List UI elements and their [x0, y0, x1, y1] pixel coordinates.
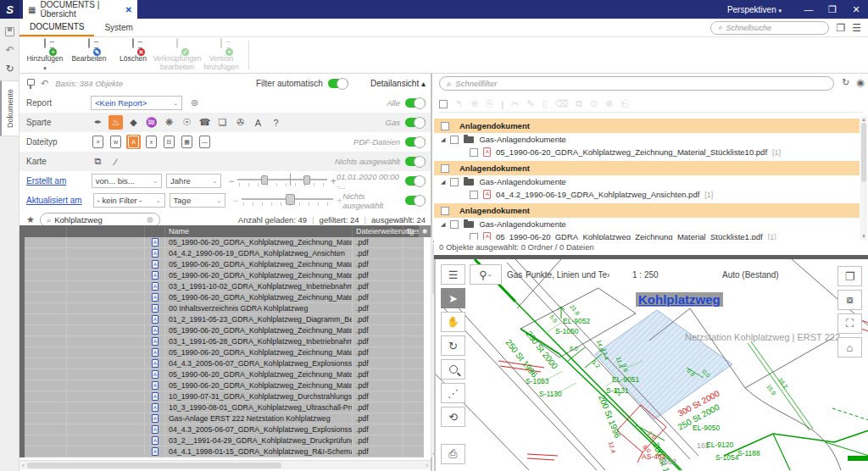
- brush-icon[interactable]: ✒: [91, 115, 105, 130]
- col-name[interactable]: Name: [165, 225, 353, 237]
- view-selector[interactable]: Detailansicht ▴: [370, 79, 426, 88]
- col-blank2[interactable]: [67, 225, 145, 237]
- group-header[interactable]: Anlagendokument: [434, 203, 860, 218]
- reset-filter-icon[interactable]: ↶: [41, 78, 48, 89]
- table-horizontal-scrollbar[interactable]: ‹›: [19, 460, 431, 469]
- created-label[interactable]: Erstellt am: [26, 176, 92, 186]
- expander-icon[interactable]: ◢: [441, 221, 445, 228]
- map-icon[interactable]: ⧉: [91, 154, 105, 169]
- excel-file-icon[interactable]: x: [144, 135, 159, 149]
- group-header[interactable]: Anlagendokument: [434, 119, 860, 133]
- table-row[interactable]: 10_1990-07-31_GDRA_Kohlplatzweg_Durchstr…: [25, 391, 424, 402]
- report-toggle[interactable]: [405, 98, 426, 108]
- tab-documents[interactable]: DOCUMENTS: [19, 19, 94, 36]
- text-file-icon[interactable]: ≡: [91, 135, 105, 149]
- expander-icon[interactable]: ◢: [441, 136, 445, 143]
- delete-button[interactable]: ✕ Löschen: [111, 37, 155, 73]
- map-bookmark-button[interactable]: ⧇: [837, 290, 862, 310]
- pan-tool-button[interactable]: ✋: [441, 312, 465, 332]
- table-row[interactable]: 04_4.1_1998-01-15_GDRA_Kohlplatzweg_R&I-…: [25, 446, 424, 457]
- table-row[interactable]: 05_1990-06-20_GDRA_Kohlplatzweg_Zeichnun…: [25, 380, 424, 391]
- menu-icon[interactable]: ☰: [852, 22, 861, 34]
- image-file-icon[interactable]: ▦: [180, 135, 194, 149]
- sidebar-tab-dokumente[interactable]: Dokumente: [0, 80, 19, 136]
- zoom-tool-button[interactable]: [441, 359, 465, 380]
- updated-label[interactable]: Aktualisiert am: [26, 196, 93, 205]
- building-button[interactable]: ⌂: [837, 337, 862, 357]
- report-filter-icon[interactable]: ⊚: [191, 97, 198, 108]
- selected-feature-label[interactable]: Kohlplatzweg: [636, 292, 723, 307]
- save-icon[interactable]: [0, 22, 19, 41]
- draw-line-icon[interactable]: ∕: [108, 154, 123, 169]
- col-icon[interactable]: [145, 225, 165, 237]
- folder-row[interactable]: ◢Gas-Anlagendokumente: [434, 133, 860, 146]
- close-button[interactable]: ✕: [844, 4, 868, 15]
- table-row[interactable]: Gas-Anlage ERST 222 Netzstation Kohlplat…: [25, 413, 424, 424]
- file-row[interactable]: 04_4.2_1990-06-19_GDRA_Kohlplatzweg_Ansi…: [434, 188, 860, 201]
- folder-checkbox[interactable]: [450, 220, 459, 229]
- created-plus[interactable]: +: [331, 175, 337, 187]
- folder-checkbox[interactable]: [450, 136, 459, 144]
- created-range-select[interactable]: von... bis...⌄: [92, 174, 162, 188]
- word-file-icon[interactable]: w: [108, 135, 123, 149]
- letter-a-icon[interactable]: A: [251, 115, 265, 130]
- file-checkbox[interactable]: [470, 233, 478, 241]
- rotate-tool-button[interactable]: ↻: [441, 335, 465, 356]
- edit-button[interactable]: ✎ Bearbeiten: [67, 37, 111, 73]
- heat-icon[interactable]: ♒: [144, 115, 159, 130]
- auto-filter-toggle[interactable]: [328, 79, 348, 88]
- select-all-checkbox[interactable]: [439, 100, 448, 108]
- created-toggle[interactable]: [405, 176, 426, 186]
- favorite-star-icon[interactable]: ★: [26, 214, 35, 225]
- schnellfilter-input[interactable]: ⌕ Schnellfilter: [439, 76, 834, 91]
- col-blank1[interactable]: [25, 225, 67, 237]
- table-row[interactable]: 05_1990-06-20_GDRA_Kohlplatzweg_Zeichnun…: [25, 347, 424, 358]
- table-row[interactable]: 01_2_1991-05-23_GDRA_Kohlplatzweg_Diagra…: [25, 314, 424, 325]
- group-header[interactable]: Anlagendokument: [434, 161, 860, 175]
- restore-button[interactable]: ❐: [821, 4, 844, 15]
- map-mode[interactable]: Auto (Bestand): [722, 270, 779, 280]
- question-icon[interactable]: ?: [269, 115, 283, 130]
- tab-system[interactable]: System: [94, 19, 142, 36]
- phone-icon[interactable]: ☎: [198, 115, 212, 130]
- quick-search-input[interactable]: ⌕ Schnellsuche: [710, 21, 829, 35]
- table-row[interactable]: 03_1_1991-10-02_GDRA_Kohlplatzweg_Inbetr…: [25, 281, 424, 292]
- table-row[interactable]: 05_1990-06-20_GDRA_Kohlplatzweg_Zeichnun…: [25, 259, 424, 270]
- file-checkbox[interactable]: [470, 191, 478, 199]
- eye-icon[interactable]: ◉: [856, 77, 865, 88]
- perspectives-menu[interactable]: Perspektiven ▾: [727, 5, 782, 14]
- table-row[interactable]: 03_1_1991-05-28_GDRA_Kohlplatzweg_Inbetr…: [25, 336, 424, 347]
- map-layer-button[interactable]: ⚲ ⌄: [470, 264, 502, 285]
- minimize-button[interactable]: —: [797, 4, 821, 14]
- map-panel[interactable]: EL-9052S-1050S-1053S-1130S-1131EL-9051EL…: [434, 259, 868, 471]
- group-checkbox[interactable]: [441, 122, 449, 130]
- dateityp-toggle[interactable]: [405, 137, 426, 147]
- list-vertical-scrollbar[interactable]: ▲▼: [860, 116, 867, 240]
- table-row[interactable]: 05_1990-06-20_GDRA_Kohlplatzweg_Zeichnun…: [25, 237, 424, 248]
- folder-checkbox[interactable]: [450, 178, 459, 186]
- group-checkbox[interactable]: [441, 164, 449, 173]
- overview-window-button[interactable]: ❐: [837, 266, 862, 286]
- pdf-file-icon[interactable]: A: [126, 135, 141, 149]
- col-ext[interactable]: Dateierweiterung: [353, 225, 403, 237]
- generic-file-icon[interactable]: —: [198, 135, 212, 149]
- table-row[interactable]: 00 Inhaltsverzeichnis GDRA Kohlplatzweg.…: [25, 303, 424, 314]
- tag-icon[interactable]: ❏: [215, 115, 230, 130]
- table-row[interactable]: 05_1990-06-20_GDRA_Kohlplatzweg_Zeichnun…: [25, 292, 424, 303]
- folder-row[interactable]: ◢Gas-Anlagendokumente: [434, 175, 860, 188]
- map-menu-button[interactable]: ☰: [441, 264, 465, 285]
- db-file-icon[interactable]: ⊟: [162, 135, 176, 149]
- add-button[interactable]: + Hinzufügen▾: [23, 37, 67, 73]
- help-book-icon[interactable]: ❐: [836, 22, 845, 34]
- created-minus[interactable]: −: [228, 175, 234, 187]
- file-checkbox[interactable]: [470, 148, 478, 157]
- bulb-icon[interactable]: ☉: [180, 115, 194, 130]
- updated-toggle[interactable]: [405, 196, 426, 205]
- undo-icon[interactable]: ↶: [0, 41, 19, 59]
- refresh-icon[interactable]: ↻: [842, 77, 849, 88]
- select-tool-button[interactable]: ➤: [441, 288, 465, 308]
- file-row[interactable]: 05_1990-06-20_GDRA_Kohlplatzweg_Zeichnun…: [434, 146, 860, 158]
- transform-button[interactable]: ⛶: [837, 313, 862, 334]
- sparte-toggle[interactable]: [405, 118, 426, 127]
- table-row[interactable]: 04_4.3_2005-06-07_GDRA_Kohlplatzweg_Expl…: [25, 358, 424, 369]
